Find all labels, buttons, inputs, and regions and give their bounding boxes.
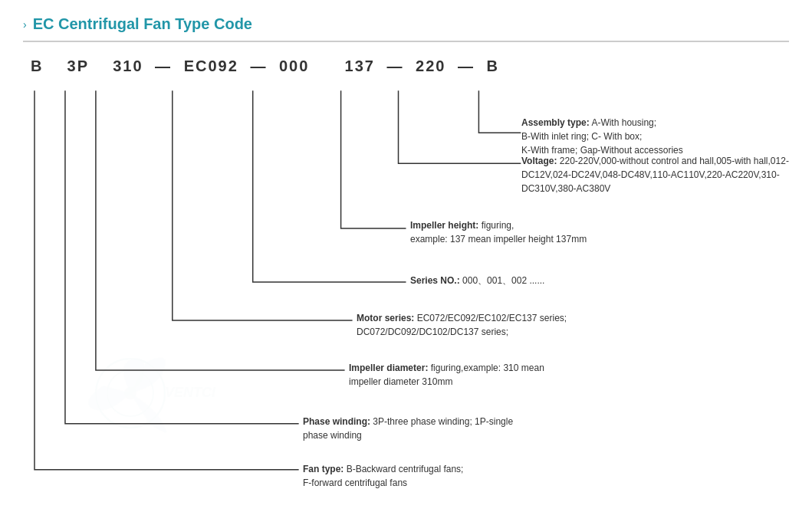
code-B2: B xyxy=(487,57,499,75)
annotation-impeller-height: Impeller height: figuring,example: 137 m… xyxy=(410,218,702,246)
code-000: 000 xyxy=(279,57,309,75)
code-dash3: — xyxy=(381,57,409,75)
diagram-area: VENTCI Assembly type: A xyxy=(23,87,789,512)
code-dash4: — xyxy=(452,57,480,75)
title-section: › EC Centrifugal Fan Type Code xyxy=(23,15,789,33)
page-container: › EC Centrifugal Fan Type Code B 3P 310 … xyxy=(0,0,812,512)
page-title: EC Centrifugal Fan Type Code xyxy=(33,15,252,33)
annotation-assembly: Assembly type: A-With housing;B-With inl… xyxy=(521,116,805,157)
annotation-voltage: Voltage: 220-220V,000-without control an… xyxy=(521,154,805,195)
watermark: VENTCI xyxy=(84,347,238,439)
title-arrow: › xyxy=(23,18,27,31)
code-space2 xyxy=(95,57,107,75)
svg-text:VENTCI: VENTCI xyxy=(165,385,216,400)
voltage-label: Voltage: 220-220V,000-without control an… xyxy=(521,156,789,194)
code-space3 xyxy=(315,57,338,75)
annotation-fan-type: Fan type: B-Backward centrifugal fans;F-… xyxy=(303,462,579,490)
annotation-motor: Motor series: EC072/EC092/EC102/EC137 se… xyxy=(357,311,663,339)
fan-type-label: Fan type: B-Backward centrifugal fans;F-… xyxy=(303,464,463,488)
code-310: 310 xyxy=(113,57,143,75)
code-space1 xyxy=(49,57,61,75)
phase-label: Phase winding: 3P-three phase winding; 1… xyxy=(303,416,513,441)
svg-point-2 xyxy=(124,387,136,399)
divider xyxy=(23,41,789,42)
code-3P: 3P xyxy=(67,57,89,75)
annotation-impeller-diameter: Impeller diameter: figuring,example: 310… xyxy=(349,361,625,389)
annotation-phase: Phase winding: 3P-three phase winding; 1… xyxy=(303,415,579,442)
impeller-diameter-label: Impeller diameter: figuring,example: 310… xyxy=(349,363,544,387)
code-dash1: — xyxy=(150,57,178,75)
code-dash2: — xyxy=(245,57,273,75)
type-code-row: B 3P 310 — EC092 — 000 137 — 220 — B xyxy=(23,57,789,75)
assembly-label: Assembly type: A-With housing;B-With inl… xyxy=(521,117,683,156)
motor-label: Motor series: EC072/EC092/EC102/EC137 se… xyxy=(357,313,567,337)
code-137: 137 xyxy=(345,57,375,75)
code-B: B xyxy=(31,57,43,75)
annotation-series: Series NO.: 000、001、002 ...... xyxy=(410,274,702,287)
series-label: Series NO.: 000、001、002 ...... xyxy=(410,275,544,286)
impeller-height-label: Impeller height: figuring,example: 137 m… xyxy=(410,220,587,245)
code-220: 220 xyxy=(416,57,445,75)
code-EC092: EC092 xyxy=(184,57,238,75)
